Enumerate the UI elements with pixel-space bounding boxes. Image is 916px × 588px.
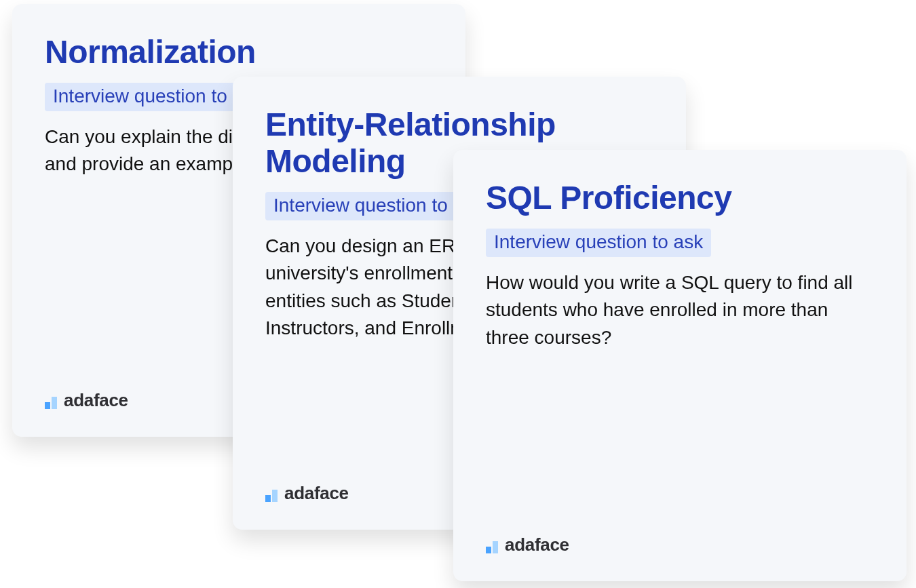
bar-chart-icon	[45, 393, 57, 409]
card-title: SQL Proficiency	[486, 180, 874, 216]
brand-logo: adaface	[45, 390, 128, 411]
card-title: Normalization	[45, 34, 433, 71]
bar-chart-icon	[265, 486, 278, 502]
brand-logo: adaface	[486, 534, 569, 555]
brand-name: adaface	[505, 534, 569, 555]
brand-name: adaface	[64, 390, 128, 411]
brand-name: adaface	[284, 483, 349, 504]
question-text: How would you write a SQL query to find …	[486, 269, 874, 352]
brand-logo: adaface	[265, 483, 349, 504]
interview-badge: Interview question to ask	[486, 229, 711, 257]
card-sql-proficiency: SQL Proficiency Interview question to as…	[453, 150, 907, 581]
bar-chart-icon	[486, 537, 498, 553]
